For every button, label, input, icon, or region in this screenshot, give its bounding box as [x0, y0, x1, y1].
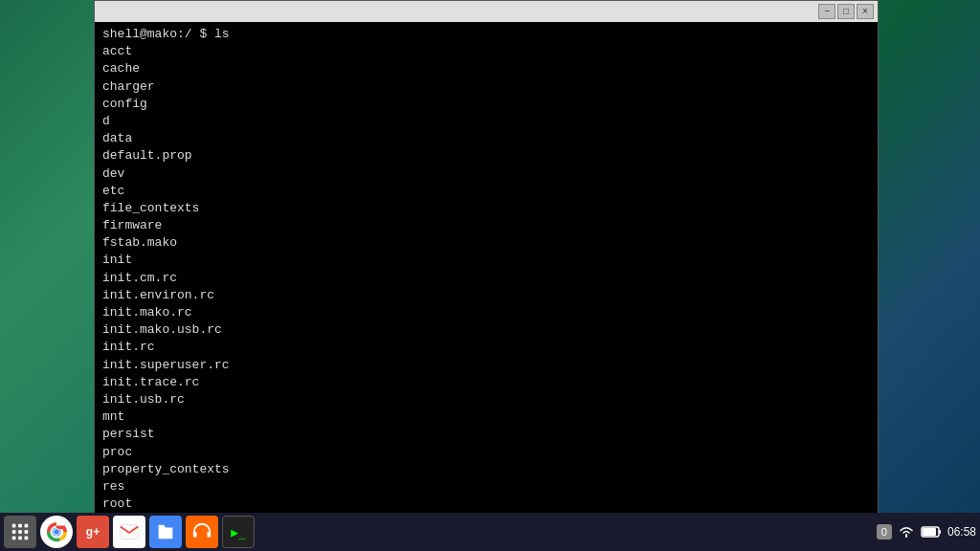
svg-rect-14 — [208, 532, 212, 538]
terminal-prompt: shell@mako:/ $ ls — [102, 26, 870, 43]
list-item: proc — [102, 444, 870, 461]
minimize-button[interactable]: − — [818, 4, 835, 19]
list-item: init.cm.rc — [102, 270, 870, 287]
svg-rect-5 — [25, 530, 29, 534]
svg-rect-7 — [18, 537, 22, 540]
list-item: etc — [102, 183, 870, 200]
list-item: init.environ.rc — [102, 287, 870, 304]
taskbar-headphones-icon[interactable] — [186, 516, 218, 548]
taskbar-terminal-icon[interactable]: ▶_ — [222, 516, 255, 548]
list-item: res — [102, 478, 870, 496]
battery-icon — [921, 525, 942, 539]
list-item: mnt — [102, 408, 870, 426]
list-item: firmware — [102, 217, 870, 234]
list-item: init.usb.rc — [102, 391, 870, 408]
list-item: init.mako.usb.rc — [102, 321, 870, 339]
list-item: data — [102, 130, 870, 147]
list-item: init.trace.rc — [102, 374, 870, 391]
svg-rect-0 — [12, 524, 16, 528]
terminal-window: − □ × shell@mako:/ $ lsacctcachechargerc… — [94, 0, 879, 524]
taskbar-gplus-icon[interactable]: g+ — [77, 516, 109, 548]
time-display: 06:58 — [947, 525, 976, 539]
notification-badge: 0 — [877, 524, 892, 540]
taskbar-chrome-icon[interactable] — [40, 516, 73, 548]
svg-rect-2 — [25, 524, 29, 528]
svg-rect-4 — [18, 530, 22, 534]
svg-point-11 — [54, 529, 59, 535]
list-item: init — [102, 252, 870, 269]
svg-rect-3 — [12, 530, 16, 534]
wifi-icon — [898, 525, 915, 539]
list-item: persist — [102, 426, 870, 443]
svg-rect-13 — [193, 532, 197, 538]
list-item: d — [102, 113, 870, 130]
list-item: default.prop — [102, 147, 870, 165]
svg-rect-1 — [18, 524, 22, 528]
close-button[interactable]: × — [857, 4, 874, 19]
list-item: fstab.mako — [102, 234, 870, 252]
taskbar-files-icon[interactable] — [149, 516, 182, 548]
list-item: dev — [102, 165, 870, 183]
taskbar-left: g+ ▶_ — [4, 516, 255, 548]
taskbar-gmail-icon[interactable] — [113, 516, 145, 548]
title-bar-buttons: − □ × — [818, 4, 874, 19]
svg-rect-8 — [25, 537, 29, 540]
list-item: cache — [102, 60, 870, 77]
svg-rect-16 — [939, 530, 941, 534]
list-item: config — [102, 96, 870, 113]
list-item: init.rc — [102, 339, 870, 356]
svg-rect-6 — [12, 537, 16, 540]
taskbar-apps-icon[interactable] — [4, 516, 36, 548]
taskbar-right: 0 06:58 — [877, 524, 976, 540]
list-item: property_contexts — [102, 461, 870, 478]
taskbar: g+ ▶_ 0 — [0, 513, 980, 551]
list-item: root — [102, 496, 870, 513]
svg-rect-17 — [923, 528, 936, 536]
list-item: acct — [102, 43, 870, 60]
maximize-button[interactable]: □ — [837, 4, 855, 19]
terminal-content[interactable]: shell@mako:/ $ lsacctcachechargerconfigd… — [95, 22, 878, 523]
list-item: charger — [102, 78, 870, 96]
list-item: init.superuser.rc — [102, 357, 870, 374]
title-bar: − □ × — [95, 1, 878, 22]
list-item: file_contexts — [102, 200, 870, 217]
list-item: init.mako.rc — [102, 304, 870, 321]
